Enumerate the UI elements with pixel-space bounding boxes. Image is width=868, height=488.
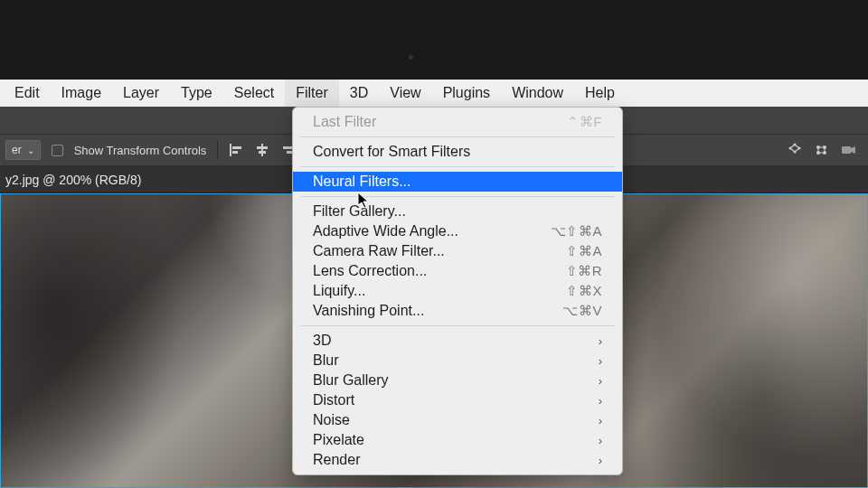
transform-icon[interactable] bbox=[787, 143, 803, 157]
device-bezel bbox=[0, 0, 868, 80]
menu-select[interactable]: Select bbox=[223, 80, 285, 107]
align-icons bbox=[229, 143, 296, 157]
menu-label: Convert for Smart Filters bbox=[313, 144, 470, 160]
separator bbox=[300, 325, 615, 326]
separator bbox=[300, 196, 615, 197]
show-transform-label: Show Transform Controls bbox=[74, 144, 207, 157]
menu-label: Noise bbox=[313, 412, 350, 428]
svg-rect-7 bbox=[283, 146, 292, 149]
menu-label: Distort bbox=[313, 392, 354, 408]
svg-point-12 bbox=[789, 147, 792, 150]
svg-rect-0 bbox=[230, 144, 231, 156]
layer-select-dropdown[interactable]: er ⌄ bbox=[5, 140, 41, 160]
menu-vanishing-point[interactable]: Vanishing Point... ⌥⌘V bbox=[293, 301, 622, 321]
svg-rect-4 bbox=[257, 146, 268, 149]
menu-filter-gallery[interactable]: Filter Gallery... bbox=[293, 202, 622, 221]
camera-icon[interactable] bbox=[841, 143, 857, 157]
shortcut-label: ⌃⌘F bbox=[567, 114, 602, 130]
menu-label: Liquify... bbox=[313, 283, 365, 299]
separator bbox=[300, 166, 615, 167]
menu-noise-submenu[interactable]: Noise › bbox=[293, 410, 622, 430]
svg-rect-5 bbox=[259, 151, 266, 154]
menu-label: Adaptive Wide Angle... bbox=[313, 223, 458, 239]
menu-3d-submenu[interactable]: 3D › bbox=[293, 331, 622, 351]
menu-label: Pixelate bbox=[313, 432, 364, 448]
filter-menu-dropdown: Last Filter ⌃⌘F Convert for Smart Filter… bbox=[292, 107, 623, 475]
menu-label: Vanishing Point... bbox=[313, 303, 424, 319]
menu-image[interactable]: Image bbox=[51, 80, 112, 107]
divider bbox=[217, 140, 218, 160]
align-left-icon[interactable] bbox=[229, 143, 245, 157]
menu-render-submenu[interactable]: Render › bbox=[293, 450, 622, 470]
chevron-right-icon: › bbox=[599, 334, 602, 348]
svg-rect-2 bbox=[232, 151, 238, 154]
menu-label: Camera Raw Filter... bbox=[313, 243, 445, 259]
menu-label: Render bbox=[313, 452, 360, 468]
svg-point-11 bbox=[794, 151, 797, 154]
menu-convert-smart-filters[interactable]: Convert for Smart Filters bbox=[293, 142, 622, 162]
chevron-right-icon: › bbox=[599, 374, 602, 388]
chevron-down-icon: ⌄ bbox=[27, 145, 34, 155]
menu-neural-filters[interactable]: Neural Filters... bbox=[293, 172, 622, 192]
menu-help[interactable]: Help bbox=[574, 80, 626, 107]
menu-layer[interactable]: Layer bbox=[112, 80, 170, 107]
menu-label: Filter Gallery... bbox=[313, 203, 406, 220]
menu-pixelate-submenu[interactable]: Pixelate › bbox=[293, 430, 622, 450]
menu-last-filter: Last Filter ⌃⌘F bbox=[293, 112, 622, 132]
svg-rect-3 bbox=[261, 144, 263, 156]
menubar: Edit Image Layer Type Select Filter 3D V… bbox=[0, 80, 868, 107]
svg-rect-17 bbox=[842, 146, 851, 154]
chevron-right-icon: › bbox=[599, 354, 602, 368]
chevron-right-icon: › bbox=[599, 394, 602, 408]
shortcut-label: ⌥⇧⌘A bbox=[551, 223, 602, 239]
svg-rect-1 bbox=[232, 146, 241, 149]
show-transform-checkbox[interactable] bbox=[52, 145, 63, 156]
shortcut-label: ⇧⌘A bbox=[566, 243, 602, 259]
menu-label: Last Filter bbox=[313, 114, 376, 130]
menu-3d[interactable]: 3D bbox=[339, 80, 379, 107]
menu-label: 3D bbox=[313, 333, 331, 349]
svg-point-10 bbox=[798, 147, 801, 150]
chevron-right-icon: › bbox=[599, 434, 602, 447]
chevron-right-icon: › bbox=[599, 454, 602, 467]
menu-adaptive-wide-angle[interactable]: Adaptive Wide Angle... ⌥⇧⌘A bbox=[293, 221, 622, 241]
document-tab[interactable]: y2.jpg @ 200% (RGB/8) bbox=[5, 173, 141, 187]
separator bbox=[300, 136, 615, 137]
menu-edit[interactable]: Edit bbox=[4, 80, 51, 107]
menu-camera-raw-filter[interactable]: Camera Raw Filter... ⇧⌘A bbox=[293, 241, 622, 261]
menu-lens-correction[interactable]: Lens Correction... ⇧⌘R bbox=[293, 261, 622, 281]
menu-filter[interactable]: Filter bbox=[285, 80, 339, 107]
menu-label: Neural Filters... bbox=[313, 174, 410, 190]
svg-point-9 bbox=[794, 144, 797, 146]
warp-icon[interactable] bbox=[814, 143, 830, 157]
menu-plugins[interactable]: Plugins bbox=[432, 80, 501, 107]
align-center-icon[interactable] bbox=[254, 143, 270, 157]
menu-distort-submenu[interactable]: Distort › bbox=[293, 390, 622, 410]
menu-window[interactable]: Window bbox=[501, 80, 574, 107]
chevron-right-icon: › bbox=[599, 414, 602, 427]
menu-type[interactable]: Type bbox=[170, 80, 223, 107]
image-region bbox=[633, 193, 868, 488]
menu-blur-gallery-submenu[interactable]: Blur Gallery › bbox=[293, 371, 622, 390]
shortcut-label: ⇧⌘R bbox=[566, 263, 602, 279]
shortcut-label: ⌥⌘V bbox=[562, 303, 602, 319]
menu-label: Blur bbox=[313, 352, 338, 369]
image-region bbox=[0, 193, 181, 488]
menu-label: Blur Gallery bbox=[313, 372, 389, 389]
menu-view[interactable]: View bbox=[379, 80, 431, 107]
menu-blur-submenu[interactable]: Blur › bbox=[293, 351, 622, 371]
menu-label: Lens Correction... bbox=[313, 263, 427, 279]
dropdown-label: er bbox=[12, 144, 22, 156]
shortcut-label: ⇧⌘X bbox=[566, 283, 602, 299]
menu-liquify[interactable]: Liquify... ⇧⌘X bbox=[293, 281, 622, 301]
